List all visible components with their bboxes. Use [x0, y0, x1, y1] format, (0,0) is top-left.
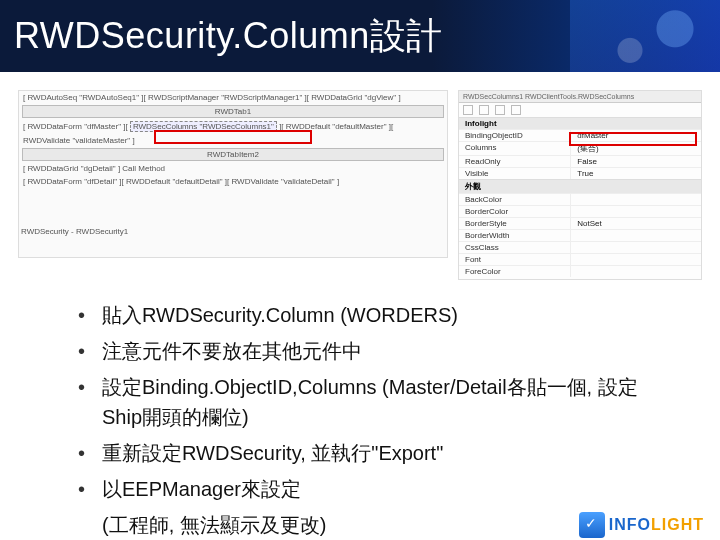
logo-text: INFOLIGHT	[609, 516, 704, 534]
bullet-item: 以EEPManager來設定	[78, 474, 672, 504]
designer-row: [ RWDDataGrid "dgDetail" ] Call Method	[19, 162, 447, 175]
property-category: 外觀	[459, 179, 701, 193]
property-key: Columns	[459, 142, 570, 155]
property-key: BorderStyle	[459, 218, 570, 229]
property-category: Infolight	[459, 117, 701, 129]
property-key: ReadOnly	[459, 156, 570, 167]
property-row: BorderWidth	[459, 229, 701, 241]
property-toolbar	[459, 103, 701, 117]
property-value	[570, 242, 701, 253]
brand-logo: INFOLIGHT	[579, 512, 704, 538]
slide-title: RWDSecurity.Column設計	[14, 12, 443, 61]
property-key: Visible	[459, 168, 570, 179]
logo-mark	[579, 512, 605, 538]
property-key: BorderWidth	[459, 230, 570, 241]
slide-header: RWDSecurity.Column設計	[0, 0, 720, 72]
property-row: BorderColor	[459, 205, 701, 217]
tab-label: RWDTab1	[22, 105, 444, 118]
property-value	[570, 206, 701, 217]
property-key: BindingObjectID	[459, 130, 570, 141]
bullet-item: 注意元件不要放在其他元件中	[78, 336, 672, 366]
property-row: ReadOnlyFalse	[459, 155, 701, 167]
property-key: CssClass	[459, 242, 570, 253]
property-row: ForeColor	[459, 265, 701, 277]
tab-label: RWDTabItem2	[22, 148, 444, 161]
property-row: Font	[459, 253, 701, 265]
property-value: False	[570, 156, 701, 167]
tree-node: RWDSecurity - RWDSecurity1	[21, 227, 128, 236]
property-value	[570, 230, 701, 241]
property-key: ForeColor	[459, 266, 570, 277]
property-grid-header: RWDSecColumns1 RWDClientTools.RWDSecColu…	[459, 91, 701, 103]
property-value	[570, 254, 701, 265]
designer-row: [ RWDAutoSeq "RWDAutoSeq1" ][ RWDScriptM…	[19, 91, 447, 104]
bullet-item: 貼入RWDSecurity.Column (WORDERS)	[78, 300, 672, 330]
highlight-box	[569, 132, 697, 146]
property-row: CssClass	[459, 241, 701, 253]
property-row: BorderStyleNotSet	[459, 217, 701, 229]
designer-screenshot: [ RWDAutoSeq "RWDAutoSeq1" ][ RWDScriptM…	[18, 90, 448, 258]
property-key: BorderColor	[459, 206, 570, 217]
property-value: NotSet	[570, 218, 701, 229]
property-row: VisibleTrue	[459, 167, 701, 179]
property-value	[570, 266, 701, 277]
property-value	[570, 194, 701, 205]
property-key: BackColor	[459, 194, 570, 205]
bullet-item: 重新設定RWDSecurity, 並執行"Export"	[78, 438, 672, 468]
bullet-item: 設定Binding.ObjectID,Columns (Master/Detai…	[78, 372, 672, 432]
bullet-list: 貼入RWDSecurity.Column (WORDERS)注意元件不要放在其他…	[78, 300, 672, 540]
property-key: Font	[459, 254, 570, 265]
property-value: True	[570, 168, 701, 179]
property-grid: RWDSecColumns1 RWDClientTools.RWDSecColu…	[458, 90, 702, 280]
designer-row: [ RWDDataForm "dfDetail" ][ RWDDefault "…	[19, 175, 447, 188]
property-row: BackColor	[459, 193, 701, 205]
highlight-box	[154, 130, 312, 144]
